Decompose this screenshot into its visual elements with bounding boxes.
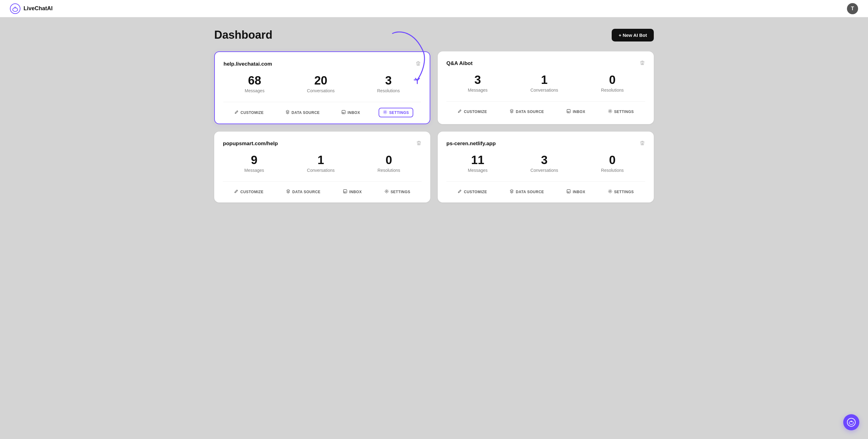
topnav: LiveChatAI T bbox=[0, 0, 868, 17]
stat-label-2-1: Conversations bbox=[307, 168, 335, 173]
cards-grid: help.livechatai.com 68Messages20Conversa… bbox=[214, 52, 654, 202]
card-header-3: ps-ceren.netlify.app bbox=[446, 140, 645, 147]
svg-rect-5 bbox=[567, 109, 570, 113]
svg-point-6 bbox=[610, 111, 611, 112]
stat-number-1-0: 3 bbox=[468, 74, 488, 86]
card-divider-1 bbox=[446, 101, 645, 101]
card-header-0: help.livechatai.com bbox=[223, 61, 421, 67]
stat-item-2-1: 1Conversations bbox=[307, 154, 335, 173]
stat-label-0-0: Messages bbox=[245, 88, 265, 93]
action-customize-3[interactable]: CUSTOMIZE bbox=[455, 187, 490, 196]
card-card1: help.livechatai.com 68Messages20Conversa… bbox=[214, 52, 430, 124]
card-header-1: Q&A Aibot bbox=[446, 60, 645, 67]
card-divider-2 bbox=[223, 181, 422, 182]
settings-icon-0 bbox=[383, 110, 387, 115]
stat-number-1-2: 0 bbox=[601, 74, 624, 86]
stat-number-1-1: 1 bbox=[531, 74, 558, 86]
stat-label-0-2: Resolutions bbox=[377, 88, 400, 93]
datasource-label-3: DATA SOURCE bbox=[516, 190, 544, 194]
card-divider-3 bbox=[446, 181, 645, 182]
stat-item-2-2: 0Resolutions bbox=[378, 154, 400, 173]
customize-icon-2 bbox=[234, 189, 238, 194]
action-inbox-2[interactable]: INBOX bbox=[340, 187, 365, 196]
datasource-label-2: DATA SOURCE bbox=[292, 190, 320, 194]
stats-row-1: 3Messages1Conversations0Resolutions bbox=[446, 74, 645, 93]
datasource-label-1: DATA SOURCE bbox=[516, 109, 544, 114]
stats-row-2: 9Messages1Conversations0Resolutions bbox=[223, 154, 422, 173]
svg-rect-7 bbox=[344, 190, 347, 193]
settings-label-0: SETTINGS bbox=[389, 111, 409, 115]
customize-icon-3 bbox=[458, 189, 462, 194]
stat-number-3-0: 11 bbox=[468, 154, 488, 166]
card-title-3: ps-ceren.netlify.app bbox=[446, 140, 496, 147]
action-datasource-0[interactable]: DATA SOURCE bbox=[282, 108, 323, 117]
stat-item-3-0: 11Messages bbox=[468, 154, 488, 173]
chat-widget-button[interactable] bbox=[843, 414, 859, 430]
action-inbox-1[interactable]: INBOX bbox=[563, 107, 588, 116]
settings-label-1: SETTINGS bbox=[614, 109, 634, 114]
stat-label-3-1: Conversations bbox=[531, 168, 558, 173]
inbox-label-0: INBOX bbox=[348, 111, 360, 115]
logo-area: LiveChatAI bbox=[10, 3, 53, 14]
action-customize-0[interactable]: CUSTOMIZE bbox=[231, 108, 267, 117]
stat-item-1-0: 3Messages bbox=[468, 74, 488, 93]
page-title: Dashboard bbox=[214, 29, 272, 41]
settings-icon-1 bbox=[608, 109, 612, 114]
action-settings-1[interactable]: SETTINGS bbox=[605, 107, 637, 116]
inbox-icon-1 bbox=[566, 109, 571, 114]
action-inbox-3[interactable]: INBOX bbox=[563, 187, 588, 196]
svg-rect-3 bbox=[342, 111, 345, 114]
stat-number-2-1: 1 bbox=[307, 154, 335, 166]
settings-icon-2 bbox=[384, 189, 389, 194]
action-customize-2[interactable]: CUSTOMIZE bbox=[231, 187, 267, 196]
delete-icon-3[interactable] bbox=[640, 140, 645, 147]
action-settings-3[interactable]: SETTINGS bbox=[605, 187, 637, 196]
settings-label-2: SETTINGS bbox=[391, 190, 410, 194]
svg-point-11 bbox=[847, 418, 855, 426]
stat-number-0-0: 68 bbox=[245, 74, 265, 86]
chat-widget-icon bbox=[847, 418, 856, 427]
inbox-icon-3 bbox=[566, 189, 571, 194]
action-datasource-3[interactable]: DATA SOURCE bbox=[506, 187, 547, 196]
action-customize-1[interactable]: CUSTOMIZE bbox=[455, 107, 490, 116]
actions-row-0: CUSTOMIZEDATA SOURCEINBOXSETTINGS bbox=[223, 108, 421, 117]
action-inbox-0[interactable]: INBOX bbox=[338, 108, 363, 117]
delete-icon-0[interactable] bbox=[415, 61, 421, 67]
inbox-label-1: INBOX bbox=[573, 109, 585, 114]
svg-point-10 bbox=[610, 191, 611, 192]
stat-item-1-2: 0Resolutions bbox=[601, 74, 624, 93]
customize-label-1: CUSTOMIZE bbox=[464, 109, 487, 114]
stats-row-0: 68Messages20Conversations3Resolutions bbox=[223, 74, 421, 93]
action-settings-2[interactable]: SETTINGS bbox=[381, 187, 413, 196]
inbox-label-3: INBOX bbox=[573, 190, 585, 194]
logo-text: LiveChatAI bbox=[24, 5, 53, 12]
delete-icon-2[interactable] bbox=[416, 140, 422, 147]
card-card4: ps-ceren.netlify.app 11Messages3Conversa… bbox=[438, 132, 654, 202]
action-datasource-1[interactable]: DATA SOURCE bbox=[506, 107, 547, 116]
card-card3: popupsmart.com/help 9Messages1Conversati… bbox=[214, 132, 430, 202]
card-title-2: popupsmart.com/help bbox=[223, 140, 278, 147]
stat-number-0-1: 20 bbox=[307, 74, 335, 86]
stat-item-0-0: 68Messages bbox=[245, 74, 265, 93]
customize-label-3: CUSTOMIZE bbox=[464, 190, 487, 194]
stat-label-1-0: Messages bbox=[468, 88, 488, 93]
user-avatar[interactable]: T bbox=[847, 3, 858, 14]
customize-label-2: CUSTOMIZE bbox=[240, 190, 264, 194]
new-ai-bot-button[interactable]: + New AI Bot bbox=[612, 29, 654, 41]
action-settings-0[interactable]: SETTINGS bbox=[379, 108, 413, 117]
stat-item-3-2: 0Resolutions bbox=[601, 154, 624, 173]
delete-icon-1[interactable] bbox=[640, 60, 645, 67]
customize-icon-1 bbox=[458, 109, 462, 114]
svg-point-13 bbox=[851, 421, 852, 422]
stat-label-3-2: Resolutions bbox=[601, 168, 624, 173]
actions-row-2: CUSTOMIZEDATA SOURCEINBOXSETTINGS bbox=[223, 187, 422, 196]
card-divider-0 bbox=[223, 102, 421, 102]
stat-label-2-2: Resolutions bbox=[378, 168, 400, 173]
svg-point-8 bbox=[386, 191, 387, 192]
datasource-icon-1 bbox=[509, 109, 514, 114]
stat-number-2-2: 0 bbox=[378, 154, 400, 166]
inbox-icon-0 bbox=[341, 110, 346, 115]
stat-number-3-2: 0 bbox=[601, 154, 624, 166]
action-datasource-2[interactable]: DATA SOURCE bbox=[283, 187, 323, 196]
settings-label-3: SETTINGS bbox=[614, 190, 634, 194]
